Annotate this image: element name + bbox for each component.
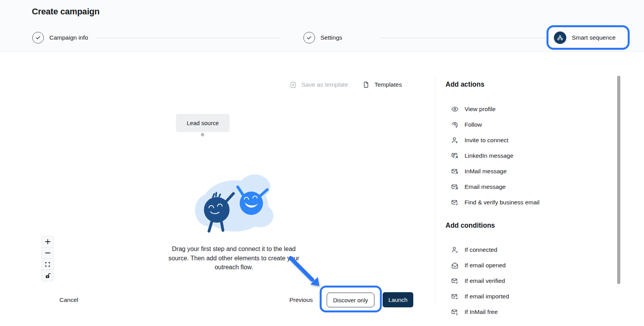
launch-button[interactable]: Launch <box>383 292 413 307</box>
condition-label: If connected <box>465 246 497 253</box>
action-item-linkedin-message[interactable]: LinkedIn message <box>451 148 540 164</box>
condition-label: If InMail free <box>465 309 498 316</box>
empty-state-line: Drag your first step and connect it to t… <box>166 244 301 254</box>
action-label: View profile <box>465 106 496 113</box>
person-check-icon <box>451 246 459 254</box>
templates-button[interactable]: Templates <box>363 80 402 89</box>
check-circle-icon <box>32 32 44 44</box>
condition-label: If email verified <box>465 277 505 284</box>
launch-label: Launch <box>388 296 407 303</box>
action-item-follow[interactable]: Follow <box>451 117 540 132</box>
canvas-zoom-controls <box>42 236 54 281</box>
action-item-inmail-message[interactable]: InMail message <box>451 164 540 179</box>
sidebar-divider <box>435 76 435 303</box>
step-label: Settings <box>320 34 342 41</box>
condition-label: If email imported <box>465 293 509 300</box>
save-as-template-label: Save as template <box>301 81 348 88</box>
action-label: Follow <box>465 121 482 128</box>
person-plus-icon <box>451 136 459 144</box>
action-label: Invite to connect <box>465 137 508 144</box>
discover-only-button[interactable]: Discover only <box>327 293 374 307</box>
condition-label: If email opened <box>465 262 506 269</box>
lead-source-connector-handle[interactable] <box>201 133 204 136</box>
action-label: InMail message <box>465 168 507 175</box>
lead-source-label: Lead source <box>187 120 219 126</box>
condition-item-if-inmail-free[interactable]: $ If InMail free <box>451 304 509 320</box>
svg-text:$: $ <box>456 312 458 316</box>
envelope-check-icon <box>451 293 459 300</box>
lock-button[interactable] <box>42 270 54 281</box>
actions-list: View profile Follow Invite to connect Li… <box>451 101 540 210</box>
empty-state-line: source. Then add other elements to creat… <box>166 254 301 263</box>
eye-check-icon <box>451 121 459 129</box>
step-connector <box>96 38 280 38</box>
discover-only-label: Discover only <box>333 297 368 303</box>
step-campaign-info[interactable]: Campaign info <box>32 32 88 44</box>
cancel-button[interactable]: Cancel <box>59 296 78 303</box>
eye-icon <box>451 105 459 113</box>
condition-item-if-email-opened[interactable]: If email opened <box>451 258 509 273</box>
step-label: Campaign info <box>49 34 88 41</box>
step-settings[interactable]: Settings <box>303 32 342 44</box>
step-connector <box>379 38 549 38</box>
zoom-out-button[interactable] <box>42 247 54 259</box>
envelope-arrow-icon <box>451 183 459 191</box>
action-label: LinkedIn message <box>465 152 513 159</box>
page-title: Create campaign <box>32 7 99 17</box>
action-label: Email message <box>465 183 506 190</box>
chat-arrow-icon <box>451 152 459 160</box>
empty-state-text: Drag your first step and connect it to t… <box>166 244 301 272</box>
add-actions-title: Add actions <box>446 80 484 89</box>
conditions-list: If connected If email opened If email ve… <box>451 242 509 320</box>
save-as-template-button[interactable]: Save as template <box>289 80 348 89</box>
add-conditions-title: Add conditions <box>446 221 495 230</box>
step-label: Smart sequence <box>572 34 616 41</box>
envelope-open-icon <box>451 261 459 269</box>
zoom-in-button[interactable] <box>42 236 54 248</box>
action-item-view-profile[interactable]: View profile <box>451 101 540 117</box>
action-item-find-verify-business-email[interactable]: Find & verify business email <box>451 195 540 210</box>
condition-item-if-connected[interactable]: If connected <box>451 242 509 258</box>
action-item-invite-to-connect[interactable]: Invite to connect <box>451 132 540 148</box>
condition-item-if-email-imported[interactable]: If email imported <box>451 289 509 304</box>
header: Create campaign Campaign info Settings S… <box>0 0 644 52</box>
action-label: Find & verify business email <box>465 199 540 206</box>
envelope-dollar-icon: $ <box>451 308 459 316</box>
action-item-email-message[interactable]: Email message <box>451 179 540 195</box>
step-smart-sequence[interactable]: Smart sequence <box>547 25 630 50</box>
sidebar-scrollbar[interactable] <box>617 76 620 284</box>
fit-view-button[interactable] <box>42 258 54 270</box>
lead-source-node[interactable]: Lead source <box>176 114 230 132</box>
empty-state-line: outreach flow. <box>166 263 301 272</box>
empty-state-illustration <box>186 165 282 235</box>
templates-label: Templates <box>374 81 402 88</box>
previous-button[interactable]: Previous <box>289 296 313 303</box>
envelope-check-icon <box>451 199 459 206</box>
condition-item-if-email-verified[interactable]: If email verified <box>451 273 509 289</box>
sequence-icon <box>554 31 566 44</box>
envelope-check-icon <box>451 277 459 285</box>
check-circle-icon <box>303 32 315 44</box>
envelope-arrow-icon <box>451 167 459 175</box>
